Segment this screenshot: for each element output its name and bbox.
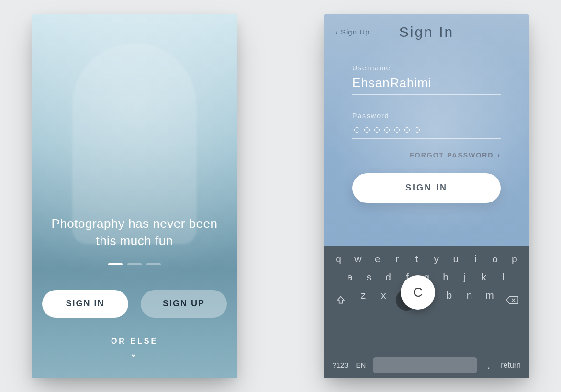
onboarding-screen: Photography has never been this much fun… xyxy=(32,14,237,378)
password-dot xyxy=(384,127,390,133)
keyboard-bottom-row: ?123 EN . return xyxy=(328,355,525,373)
keyboard-mode-key[interactable]: ?123 xyxy=(332,361,348,369)
keyboard-lang-key[interactable]: EN xyxy=(356,361,366,369)
password-dot xyxy=(364,127,370,133)
keyboard-row-3-letters: zxcvbnm xyxy=(351,290,502,311)
shift-key[interactable] xyxy=(330,291,351,309)
keyboard-row-2: asdfghjkl xyxy=(328,271,525,283)
backspace-icon xyxy=(506,295,518,305)
key-c[interactable]: c xyxy=(396,290,417,311)
forgot-password-link[interactable]: FORGOT PASSWORD › xyxy=(352,151,501,159)
password-dot xyxy=(354,127,359,133)
back-sign-up-link[interactable]: ‹ Sign Up xyxy=(335,28,370,36)
shift-up-icon xyxy=(336,295,346,305)
tagline-line2: this much fun xyxy=(96,234,173,248)
key-o[interactable]: o xyxy=(487,253,503,265)
key-g[interactable]: g xyxy=(418,271,435,283)
password-input[interactable] xyxy=(352,123,501,139)
pager-dot-1[interactable] xyxy=(108,263,123,265)
sign-in-form: Username Password FORGOT PASSWORD › SIGN… xyxy=(324,50,529,203)
or-else-link[interactable]: OR ELSE ⌄ xyxy=(111,337,158,359)
chevron-right-icon: › xyxy=(497,151,501,159)
password-field-wrapper: Password xyxy=(352,112,501,139)
key-k[interactable]: k xyxy=(476,271,492,283)
submit-sign-in-button[interactable]: SIGN IN xyxy=(352,173,501,203)
sign-up-button[interactable]: SIGN UP xyxy=(141,290,227,318)
splash-button-row: SIGN IN SIGN UP xyxy=(42,290,227,318)
key-t[interactable]: t xyxy=(409,253,425,265)
keyboard-row-3: zxcvbnm xyxy=(328,290,525,311)
backspace-key[interactable] xyxy=(502,291,523,309)
sign-in-screen: ‹ Sign Up Sign In Username Password FORG… xyxy=(324,14,529,378)
username-label: Username xyxy=(352,64,501,72)
password-dot xyxy=(394,127,400,133)
password-dot xyxy=(374,127,380,133)
key-z[interactable]: z xyxy=(355,290,371,311)
period-key[interactable]: . xyxy=(484,359,493,371)
back-label: Sign Up xyxy=(341,28,370,36)
top-bar: ‹ Sign Up Sign In xyxy=(324,14,529,50)
username-field-wrapper: Username xyxy=(352,64,501,95)
return-key[interactable]: return xyxy=(501,361,521,370)
key-y[interactable]: y xyxy=(428,253,444,265)
pager-dot-3[interactable] xyxy=(146,263,161,265)
sign-in-button[interactable]: SIGN IN xyxy=(42,290,128,318)
key-j[interactable]: j xyxy=(457,271,473,283)
forgot-password-label: FORGOT PASSWORD xyxy=(410,151,494,159)
pager-dot-2[interactable] xyxy=(127,263,142,265)
key-v[interactable]: v xyxy=(421,290,437,311)
key-r[interactable]: r xyxy=(389,253,405,265)
key-l[interactable]: l xyxy=(495,271,511,283)
spacebar-key[interactable] xyxy=(373,357,477,373)
page-title: Sign In xyxy=(399,24,454,40)
password-dot xyxy=(415,127,420,133)
password-dot xyxy=(404,127,410,133)
key-f[interactable]: f xyxy=(399,271,415,283)
key-e[interactable]: e xyxy=(370,253,386,265)
onboarding-tagline: Photography has never been this much fun xyxy=(37,215,232,250)
key-w[interactable]: w xyxy=(350,253,366,265)
key-d[interactable]: d xyxy=(380,271,396,283)
username-input[interactable] xyxy=(352,75,501,95)
chevron-left-icon: ‹ xyxy=(335,28,338,36)
soft-keyboard: C qwertyuiop asdfghjkl zxcvbnm ?123 EN . xyxy=(324,246,529,378)
keyboard-row-1: qwertyuiop xyxy=(328,253,525,265)
or-else-label: OR ELSE xyxy=(111,337,158,346)
key-u[interactable]: u xyxy=(448,253,464,265)
key-h[interactable]: h xyxy=(438,271,454,283)
key-n[interactable]: n xyxy=(461,290,478,311)
key-s[interactable]: s xyxy=(361,271,377,283)
key-q[interactable]: q xyxy=(330,253,347,265)
key-p[interactable]: p xyxy=(506,253,523,265)
password-label: Password xyxy=(352,112,501,120)
key-i[interactable]: i xyxy=(467,253,483,265)
chevron-down-icon: ⌄ xyxy=(130,348,139,359)
key-m[interactable]: m xyxy=(482,290,498,311)
key-x[interactable]: x xyxy=(375,290,392,311)
hero-image xyxy=(72,43,197,244)
key-b[interactable]: b xyxy=(441,290,457,311)
key-a[interactable]: a xyxy=(342,271,358,283)
pager-indicator[interactable] xyxy=(108,263,161,265)
tagline-line1: Photography has never been xyxy=(52,216,218,231)
